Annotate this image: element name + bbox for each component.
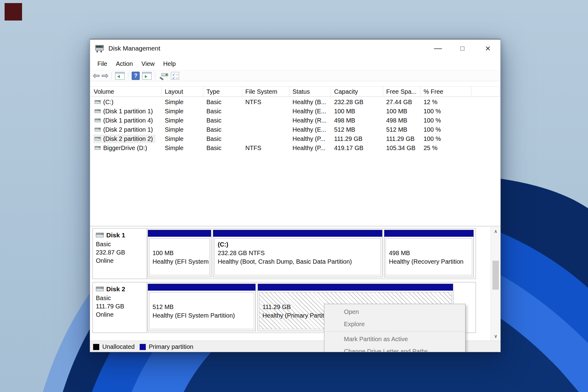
disk-management-window: Disk Management — □ × File Action View H…: [90, 39, 501, 352]
disk2-partition1-efi[interactable]: 512 MB Healthy (EFI System Partition): [148, 284, 256, 331]
menu-view[interactable]: View: [137, 60, 159, 67]
partition-title: [262, 294, 451, 303]
toolbar-separator: [128, 72, 128, 80]
cell-free-space: 27.44 GB: [383, 97, 420, 107]
menu-action[interactable]: Action: [111, 60, 137, 67]
action-pane-icon[interactable]: [142, 72, 152, 80]
context-menu-item-open[interactable]: Open: [324, 306, 465, 318]
close-button[interactable]: ×: [478, 40, 498, 57]
partition-color-bar: [384, 230, 473, 237]
cell-capacity: 419.17 GB: [331, 143, 383, 153]
disk-size: 232.87 GB: [96, 248, 147, 257]
column-header-capacity[interactable]: Capacity: [331, 87, 383, 96]
column-header-status[interactable]: Status: [289, 87, 331, 96]
disk2-label-panel[interactable]: Disk 2 Basic 111.79 GB Online: [93, 282, 147, 333]
disk-name: Disk 2: [106, 285, 125, 293]
toolbar: ⇦ ⇨: [90, 71, 500, 81]
table-row[interactable]: (C:) Simple Basic NTFS Healthy (B... 232…: [91, 97, 500, 107]
volume-name: (Disk 1 partition 4): [103, 117, 153, 124]
partition-title: [389, 240, 472, 249]
cell-type: Basic: [203, 97, 242, 107]
disk1-label-panel[interactable]: Disk 1 Basic 232.87 GB Online: [93, 228, 147, 279]
menu-help[interactable]: Help: [159, 60, 180, 67]
cell-status: Healthy (E...: [289, 125, 331, 134]
context-menu-separator: [325, 331, 465, 332]
cell-file-system: [242, 134, 289, 143]
cell-pct-free: 12 %: [420, 97, 471, 107]
cell-capacity: 498 MB: [331, 116, 383, 125]
vertical-scrollbar[interactable]: ∧ ∨: [491, 227, 500, 340]
column-header-type[interactable]: Type: [203, 87, 242, 96]
cell-file-system: [242, 125, 289, 134]
partition-size: 100 MB: [153, 249, 209, 257]
cell-status: Healthy (E...: [289, 107, 331, 116]
partition-title: [153, 294, 254, 303]
table-row[interactable]: (Disk 1 partition 4) Simple Basic Health…: [91, 116, 500, 125]
cell-pct-free: 100 %: [420, 134, 471, 143]
table-row[interactable]: (Disk 2 partition 1) Simple Basic Health…: [91, 125, 500, 134]
legend-unallocated-swatch: [93, 344, 99, 350]
cell-layout: Simple: [162, 97, 203, 107]
checklist-icon[interactable]: [171, 72, 179, 80]
cell-status: Healthy (B...: [289, 97, 331, 107]
partition-status: Healthy (EFI System Partition): [153, 311, 254, 320]
disk-state: Online: [96, 257, 147, 265]
partition-status: Healthy (Recovery Partition: [389, 257, 472, 266]
partition-color-bar: [148, 284, 255, 291]
cell-status: Healthy (P...: [289, 143, 331, 153]
context-menu-item-mark-partition-active[interactable]: Mark Partition as Active: [324, 333, 465, 345]
minimize-button[interactable]: —: [428, 40, 448, 57]
volume-name: BiggerDrive (D:): [103, 145, 147, 152]
disk-scan-icon[interactable]: [159, 72, 168, 80]
disk-management-app-icon: [95, 44, 104, 52]
forward-icon[interactable]: ⇨: [102, 72, 109, 80]
scrollbar-thumb[interactable]: [492, 261, 499, 290]
cell-layout: Simple: [162, 134, 203, 143]
maximize-button[interactable]: □: [452, 40, 473, 57]
volume-icon: [95, 137, 101, 141]
title-bar: Disk Management — □ ×: [90, 40, 500, 57]
column-header-pct-free[interactable]: % Free: [420, 87, 471, 96]
partition-color-bar: [213, 230, 382, 237]
console-tree-icon[interactable]: [115, 72, 125, 80]
disk1-partition1[interactable]: 100 MB Healthy (EFI System: [148, 230, 211, 277]
column-header-layout[interactable]: Layout: [162, 87, 203, 96]
cell-layout: Simple: [162, 116, 203, 125]
disk1-partition3-recovery[interactable]: 498 MB Healthy (Recovery Partition: [384, 230, 474, 277]
partition-size: 232.28 GB NTFS: [218, 249, 381, 257]
scroll-up-icon[interactable]: ∧: [491, 228, 500, 235]
cell-type: Basic: [203, 107, 242, 116]
disk-icon: [96, 287, 104, 291]
volume-icon: [95, 100, 101, 104]
partition-color-bar: [258, 284, 453, 291]
context-menu-item-change-drive-letter[interactable]: Change Drive Letter and Paths...: [324, 345, 465, 352]
partition-size: 512 MB: [153, 303, 254, 311]
volume-icon: [95, 128, 101, 131]
table-row-selected[interactable]: (Disk 2 partition 2) Simple Basic Health…: [91, 134, 500, 143]
cell-capacity: 512 MB: [331, 125, 383, 134]
context-menu-item-explore[interactable]: Explore: [324, 318, 465, 330]
table-row[interactable]: BiggerDrive (D:) Simple Basic NTFS Healt…: [91, 143, 500, 153]
cell-status: Healthy (P...: [289, 134, 331, 143]
help-icon[interactable]: [132, 72, 140, 80]
volume-icon: [95, 119, 101, 122]
back-icon[interactable]: ⇦: [93, 72, 100, 80]
cell-pct-free: 100 %: [420, 125, 471, 134]
column-header-file-system[interactable]: File System: [242, 87, 289, 96]
table-row[interactable]: (Disk 1 partition 1) Simple Basic Health…: [91, 107, 500, 116]
legend-unallocated-label: Unallocated: [102, 343, 135, 350]
disk1-partition2-c-drive[interactable]: (C:) 232.28 GB NTFS Healthy (Boot, Crash…: [213, 230, 383, 277]
disk-size: 111.79 GB: [96, 302, 147, 311]
cell-file-system: NTFS: [242, 143, 289, 153]
cell-free-space: 111.29 GB: [383, 134, 420, 143]
column-header-volume[interactable]: Volume: [91, 87, 162, 96]
partition-status: Healthy (Boot, Crash Dump, Basic Data Pa…: [218, 257, 381, 266]
partition-color-bar: [148, 230, 211, 237]
toolbar-separator: [155, 72, 155, 80]
column-header-free-space[interactable]: Free Spa...: [383, 87, 420, 96]
cell-capacity: 232.28 GB: [331, 97, 383, 107]
scroll-down-icon[interactable]: ∨: [491, 332, 500, 340]
menu-file[interactable]: File: [93, 60, 111, 67]
cell-layout: Simple: [162, 107, 203, 116]
cell-pct-free: 100 %: [420, 116, 471, 125]
